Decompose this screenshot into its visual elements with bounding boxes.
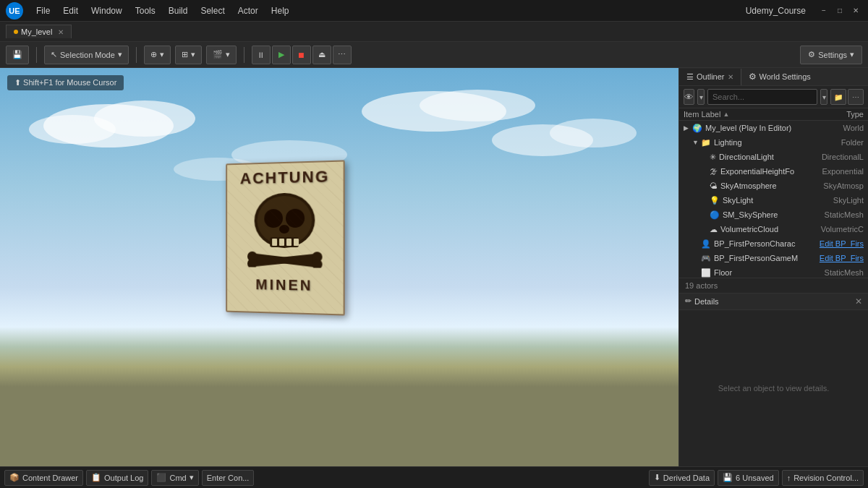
- settings-button[interactable]: ⚙ Settings ▾: [800, 46, 862, 64]
- selection-mode-button[interactable]: ↖ Selection Mode ▾: [44, 46, 129, 64]
- stop-button[interactable]: ⏹: [292, 46, 311, 64]
- chevron-filter-button[interactable]: ▾: [697, 89, 705, 105]
- app-title: Udemy_Course: [746, 6, 806, 16]
- save-icon: 💾: [12, 50, 22, 59]
- menu-select[interactable]: Select: [195, 4, 230, 18]
- outliner-tab-close[interactable]: ✕: [728, 73, 733, 81]
- menu-window[interactable]: Window: [85, 4, 128, 18]
- svg-rect-15: [272, 239, 277, 246]
- tree-item-exponential-fog[interactable]: 🌫 ExponentialHeightFo Exponential: [679, 164, 868, 179]
- content-drawer-label: Content Drawer: [22, 474, 78, 482]
- camera-button[interactable]: 🎬 ▾: [206, 46, 237, 64]
- tree-item-my-level[interactable]: ▶ 🌍 My_level (Play In Editor) World: [679, 121, 868, 135]
- viewport-hint[interactable]: ⬆ Shift+F1 for Mouse Cursor: [7, 75, 124, 90]
- output-log-button[interactable]: 📋 Output Log: [86, 470, 148, 486]
- toolbar-sep-1: [36, 47, 37, 63]
- derived-data-button[interactable]: ⬇ Derived Data: [649, 470, 715, 486]
- chevron-down-icon-4: ▾: [226, 50, 230, 59]
- eye-filter-button[interactable]: 👁: [684, 89, 694, 105]
- revision-label: Revision Control...: [793, 474, 859, 482]
- outliner-search-input[interactable]: [707, 89, 817, 105]
- floor: [0, 412, 678, 466]
- panel-tabs: ☰ Outliner ✕ ⚙ World Settings: [679, 68, 868, 86]
- tree-item-bp-character[interactable]: 👤 BP_FirstPersonCharac Edit BP_Firs: [679, 236, 868, 251]
- world-settings-tab[interactable]: ⚙ World Settings: [741, 68, 818, 85]
- eye-icon: 👁: [684, 92, 694, 103]
- selection-mode-label: Selection Mode: [60, 51, 115, 59]
- tree-item-lighting[interactable]: ▼ 📁 Lighting Folder: [679, 135, 868, 150]
- content-drawer-button[interactable]: 📦 Content Drawer: [4, 470, 83, 486]
- tree-type-blue[interactable]: Edit BP_Firs: [806, 254, 864, 262]
- toolbar-sep-3: [244, 47, 244, 63]
- cmd-icon: ⬛: [156, 473, 166, 482]
- maximize-button[interactable]: □: [833, 4, 846, 17]
- grid-icon: ⊞: [182, 50, 188, 59]
- chevron-down-icon-2: ▾: [822, 93, 826, 101]
- tree-item-sky-atmosphere[interactable]: 🌤 SkyAtmosphere SkyAtmosp: [679, 179, 868, 193]
- close-button[interactable]: ✕: [849, 4, 862, 17]
- play-button[interactable]: ▶: [272, 46, 291, 64]
- log-icon: 📋: [91, 473, 101, 482]
- tree-label: SkyLight: [723, 196, 806, 205]
- details-header: ✏ Details ✕: [679, 294, 868, 310]
- settings-dots-button[interactable]: ⋯: [848, 89, 864, 105]
- tree-label-lighting: Lighting: [714, 138, 806, 147]
- enter-console-button[interactable]: Enter Con...: [202, 470, 255, 486]
- viewport[interactable]: ACHTUNG: [0, 68, 678, 466]
- world-settings-gear-icon: ⚙: [749, 72, 757, 82]
- pause-button[interactable]: ⏸: [252, 46, 271, 64]
- tree-item-sm-skysphere[interactable]: 🔵 SM_SkySphere StaticMesh: [679, 207, 868, 222]
- column-item-label[interactable]: Item Label ▲: [684, 110, 806, 119]
- directional-light-icon: ✳: [710, 153, 716, 162]
- toolbar-sep-2: [136, 47, 137, 63]
- tab-label: My_level: [21, 27, 52, 36]
- tree-item-sky-light[interactable]: 💡 SkyLight SkyLight: [679, 193, 868, 207]
- cloud-icon: ☁: [710, 225, 718, 234]
- cmd-button[interactable]: ⬛ Cmd ▾: [151, 470, 198, 486]
- level-tab[interactable]: My_level ✕: [6, 25, 72, 38]
- unsaved-button[interactable]: 💾 6 Unsaved: [718, 470, 779, 486]
- tree-type-blue[interactable]: Edit BP_Firs: [806, 239, 864, 248]
- more-button[interactable]: ⋯: [333, 46, 352, 64]
- menu-bar[interactable]: File Edit Window Tools Build Select Acto…: [30, 4, 294, 18]
- outliner-tab[interactable]: ☰ Outliner ✕: [679, 69, 741, 85]
- details-hint-text: Select an object to view details.: [718, 384, 829, 393]
- chevron-down-icon-2: ▾: [160, 50, 164, 59]
- tree-type-lighting: Folder: [806, 138, 864, 147]
- menu-help[interactable]: Help: [265, 4, 295, 18]
- sign-text-top: ACHTUNG: [227, 162, 343, 188]
- save-button[interactable]: 💾: [6, 46, 29, 64]
- tree-label: Floor: [714, 268, 806, 277]
- tree-item-directional-light[interactable]: ✳ DirectionalLight DirectionalL: [679, 150, 868, 164]
- gear-icon: ⚙: [808, 50, 815, 59]
- actor-count: 19 actors: [679, 278, 868, 294]
- menu-actor[interactable]: Actor: [232, 4, 264, 18]
- menu-file[interactable]: File: [30, 4, 56, 18]
- outliner-toolbar: 👁 ▾ ▾ 📁 ⋯: [679, 86, 868, 108]
- tree-item-volumetric-cloud[interactable]: ☁ VolumetricCloud VolumetricC: [679, 222, 868, 236]
- search-dropdown-button[interactable]: ▾: [820, 89, 827, 105]
- revision-control-button[interactable]: ↑ Revision Control...: [782, 470, 864, 486]
- world-icon: 🌍: [692, 124, 702, 133]
- tree-label: BP_FirstPersonGameM: [714, 254, 806, 262]
- console-label: Enter Con...: [207, 474, 250, 482]
- main-area: ACHTUNG: [0, 68, 868, 466]
- tree-label: SkyAtmosphere: [720, 181, 806, 190]
- menu-build[interactable]: Build: [163, 4, 194, 18]
- folder-button[interactable]: 📁: [830, 89, 846, 105]
- tab-close-icon[interactable]: ✕: [58, 28, 64, 36]
- tree-item-bp-gamemode[interactable]: 🎮 BP_FirstPersonGameM Edit BP_Firs: [679, 251, 868, 265]
- minimize-button[interactable]: −: [817, 4, 830, 17]
- menu-edit[interactable]: Edit: [57, 4, 84, 18]
- chevron-down-icon: ▾: [190, 473, 194, 482]
- tree-type: SkyAtmosp: [806, 181, 864, 190]
- menu-tools[interactable]: Tools: [129, 4, 161, 18]
- window-controls[interactable]: − □ ✕: [817, 4, 862, 17]
- transform-button[interactable]: ⊕ ▾: [144, 46, 171, 64]
- tree-item-floor[interactable]: ⬜ Floor StaticMesh: [679, 265, 868, 278]
- eject-button[interactable]: ⏏: [312, 46, 331, 64]
- details-close-button[interactable]: ✕: [855, 296, 862, 307]
- item-label-text: Item Label: [684, 110, 720, 119]
- snap-button[interactable]: ⊞ ▾: [175, 46, 202, 64]
- tree-expand-icon: ▼: [692, 139, 701, 146]
